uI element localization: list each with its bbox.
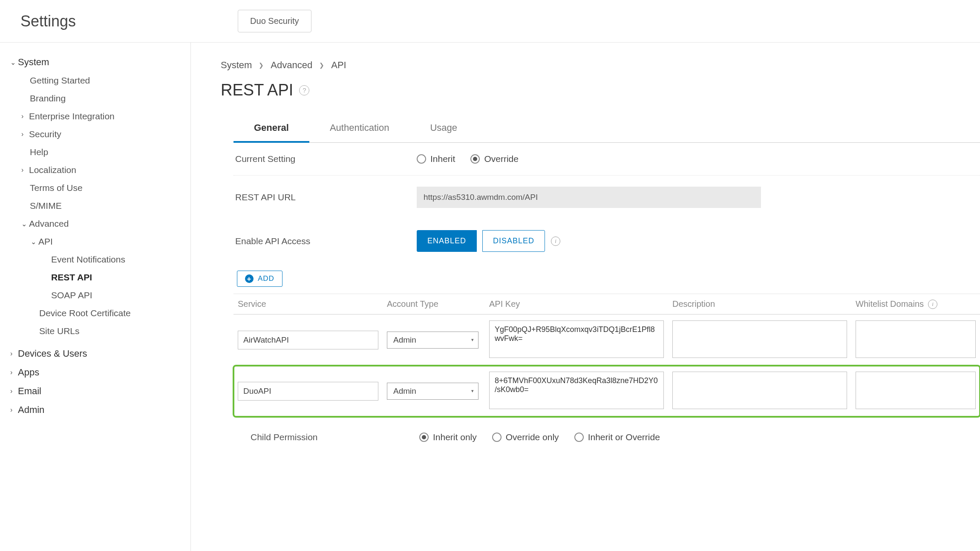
- radio-inherit-only[interactable]: Inherit only: [419, 432, 477, 442]
- chevron-right-icon: ›: [10, 369, 18, 376]
- radio-override[interactable]: Override: [470, 154, 519, 164]
- radio-icon: [574, 433, 584, 442]
- sidebar-label: Admin: [18, 404, 44, 415]
- tab-authentication[interactable]: Authentication: [309, 115, 409, 143]
- th-account-type: Account Type: [383, 294, 485, 314]
- chevron-down-icon: ▾: [471, 337, 474, 343]
- th-service: Service: [233, 294, 383, 314]
- tab-usage[interactable]: Usage: [409, 115, 478, 143]
- chevron-right-icon: ❯: [259, 62, 264, 69]
- sidebar-label: Advanced: [29, 219, 69, 229]
- th-label: Whitelist Domains: [856, 299, 924, 309]
- tab-general[interactable]: General: [233, 115, 309, 143]
- duo-security-button[interactable]: Duo Security: [238, 10, 311, 32]
- chevron-down-icon: ⌄: [31, 238, 38, 246]
- sidebar-label: Devices & Users: [18, 348, 87, 359]
- table-row-highlighted: Admin ▾ 8+6TMVhF00XUxuN78d3KeqRa3l8zne7H…: [233, 366, 980, 417]
- select-value: Admin: [393, 335, 416, 345]
- chevron-right-icon: ›: [21, 113, 29, 120]
- whitelist-field[interactable]: [856, 372, 976, 409]
- sidebar-item-system[interactable]: ⌄ System: [10, 53, 182, 72]
- sidebar-item-getting-started[interactable]: Getting Started: [10, 72, 182, 89]
- sidebar-label: System: [18, 57, 49, 68]
- th-api-key: API Key: [485, 294, 668, 314]
- help-icon[interactable]: ?: [299, 85, 309, 95]
- sidebar-item-rest-api[interactable]: REST API: [10, 268, 182, 286]
- chevron-right-icon: ›: [10, 350, 18, 358]
- sidebar-label: Email: [18, 386, 41, 397]
- radio-label: Inherit: [430, 154, 455, 164]
- sidebar-item-security[interactable]: › Security: [10, 125, 182, 143]
- chevron-right-icon: ›: [21, 130, 29, 138]
- label-child-permission: Child Permission: [249, 432, 419, 442]
- chevron-right-icon: ›: [10, 387, 18, 395]
- service-input[interactable]: [238, 331, 378, 349]
- radio-inherit[interactable]: Inherit: [417, 154, 455, 164]
- page-heading: Settings: [20, 12, 76, 30]
- chevron-down-icon: ⌄: [10, 58, 18, 66]
- sidebar-item-localization[interactable]: › Localization: [10, 161, 182, 179]
- toggle-enabled[interactable]: ENABLED: [417, 230, 477, 252]
- add-label: ADD: [258, 274, 274, 283]
- label-enable-api-access: Enable API Access: [233, 236, 417, 246]
- radio-label: Override only: [506, 432, 559, 442]
- sidebar: ⌄ System Getting Started Branding › Ente…: [0, 43, 191, 551]
- table-row: Admin ▾ YgF00pQJ+R95BlqXcomxqv3iTDQ1jBcr…: [233, 314, 980, 366]
- label-current-setting: Current Setting: [233, 154, 417, 164]
- select-value: Admin: [393, 387, 416, 396]
- radio-icon: [419, 433, 429, 442]
- api-key-field[interactable]: YgF00pQJ+R95BlqXcomxqv3iTDQ1jBcrE1Pfl8wv…: [489, 320, 664, 358]
- breadcrumb: System ❯ Advanced ❯ API: [221, 60, 980, 71]
- account-type-select[interactable]: Admin ▾: [387, 383, 478, 400]
- sidebar-item-smime[interactable]: S/MIME: [10, 197, 182, 215]
- radio-override-only[interactable]: Override only: [492, 432, 559, 442]
- main-content: System ❯ Advanced ❯ API REST API ? Gener…: [191, 43, 980, 551]
- sidebar-item-help[interactable]: Help: [10, 143, 182, 161]
- sidebar-label: Security: [29, 129, 61, 139]
- whitelist-field[interactable]: [856, 320, 976, 358]
- radio-icon: [417, 154, 426, 164]
- sidebar-item-enterprise-integration[interactable]: › Enterprise Integration: [10, 107, 182, 125]
- breadcrumb-system[interactable]: System: [221, 60, 252, 71]
- chevron-down-icon: ⌄: [21, 220, 29, 228]
- sidebar-item-soap-api[interactable]: SOAP API: [10, 286, 182, 304]
- radio-icon: [470, 154, 480, 164]
- label-rest-api-url: REST API URL: [233, 192, 417, 202]
- sidebar-item-event-notifications[interactable]: Event Notifications: [10, 251, 182, 268]
- rest-api-url-field: [417, 187, 761, 208]
- info-icon[interactable]: i: [928, 300, 937, 309]
- sidebar-item-admin[interactable]: › Admin: [10, 401, 182, 419]
- page-title-text: REST API: [221, 81, 293, 99]
- chevron-right-icon: ›: [21, 166, 29, 174]
- chevron-right-icon: ❯: [319, 62, 324, 69]
- sidebar-label: Apps: [18, 367, 39, 378]
- description-field[interactable]: [672, 372, 847, 409]
- sidebar-label: Enterprise Integration: [29, 111, 115, 121]
- breadcrumb-advanced[interactable]: Advanced: [271, 60, 312, 71]
- add-button[interactable]: + ADD: [237, 271, 282, 287]
- description-field[interactable]: [672, 320, 847, 358]
- plus-icon: +: [245, 274, 254, 283]
- sidebar-item-terms-of-use[interactable]: Terms of Use: [10, 179, 182, 197]
- breadcrumb-api[interactable]: API: [331, 60, 346, 71]
- service-input[interactable]: [238, 382, 378, 401]
- sidebar-item-email[interactable]: › Email: [10, 382, 182, 401]
- sidebar-item-apps[interactable]: › Apps: [10, 363, 182, 382]
- radio-label: Override: [484, 154, 519, 164]
- sidebar-item-api[interactable]: ⌄ API: [10, 233, 182, 251]
- sidebar-label: API: [38, 237, 53, 247]
- radio-inherit-or-override[interactable]: Inherit or Override: [574, 432, 660, 442]
- sidebar-item-branding[interactable]: Branding: [10, 89, 182, 107]
- toggle-disabled[interactable]: DISABLED: [482, 230, 545, 252]
- info-icon[interactable]: i: [551, 237, 560, 246]
- account-type-select[interactable]: Admin ▾: [387, 332, 478, 349]
- sidebar-item-device-root-cert[interactable]: Device Root Certificate: [10, 304, 182, 322]
- sidebar-item-site-urls[interactable]: Site URLs: [10, 322, 182, 340]
- radio-label: Inherit or Override: [588, 432, 660, 442]
- sidebar-item-devices-users[interactable]: › Devices & Users: [10, 344, 182, 363]
- radio-icon: [492, 433, 502, 442]
- api-key-field[interactable]: 8+6TMVhF00XUxuN78d3KeqRa3l8zne7HD2Y0/sK0…: [489, 372, 664, 409]
- sidebar-label: Localization: [29, 165, 76, 175]
- sidebar-item-advanced[interactable]: ⌄ Advanced: [10, 215, 182, 233]
- chevron-down-icon: ▾: [471, 388, 474, 394]
